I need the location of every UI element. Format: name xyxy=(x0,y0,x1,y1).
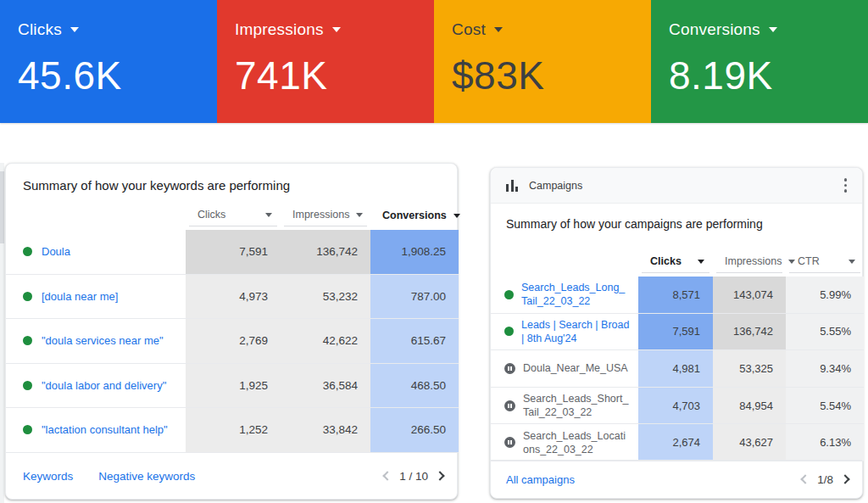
campaign-link[interactable]: Search_Leads_Long_Tail_22_03_22 xyxy=(521,281,630,308)
all-campaigns-link[interactable]: All campaigns xyxy=(506,473,575,486)
ctr-cell: 5.99% xyxy=(786,277,864,313)
more-options-icon[interactable] xyxy=(841,175,851,196)
chevron-down-icon[interactable] xyxy=(494,27,503,32)
column-header-impressions[interactable]: Impressions xyxy=(284,209,367,226)
impressions-cell: 53,232 xyxy=(281,275,370,319)
chevron-down-icon xyxy=(849,260,855,264)
status-paused-icon xyxy=(504,437,515,448)
status-enabled-icon xyxy=(23,247,32,256)
impressions-cell: 43,627 xyxy=(713,424,786,461)
conversions-cell: 1,908.25 xyxy=(370,230,459,274)
keyword-link[interactable]: "doula services near me" xyxy=(42,333,164,348)
keywords-card-footer: Keywords Negative keywords 1 / 10 xyxy=(6,453,459,499)
impressions-cell: 136,742 xyxy=(281,230,370,274)
campaigns-card-label: Campaigns xyxy=(529,180,582,192)
campaigns-card: Campaigns Summary of how your campaigns … xyxy=(490,167,863,499)
table-row: Search_Leads_Short_Tail_22_03_22 4,703 8… xyxy=(491,388,864,425)
chevron-down-icon xyxy=(356,213,363,217)
ctr-cell: 6.13% xyxy=(786,424,864,461)
table-row: Search_Leads_Long_Tail_22_03_22 8,571 14… xyxy=(491,277,864,314)
keywords-card-title: Summary of how your keywords are perform… xyxy=(23,178,290,193)
scorecard-cost[interactable]: Cost $83K xyxy=(434,0,651,123)
conversions-cell: 266.50 xyxy=(370,408,459,452)
clicks-cell: 4,703 xyxy=(638,388,713,424)
scorecard-clicks[interactable]: Clicks 45.6K xyxy=(0,0,217,123)
scorecard-conversions[interactable]: Conversions 8.19K xyxy=(651,0,868,123)
scrollbar-thumb[interactable] xyxy=(0,171,4,243)
scorecard-label: Impressions xyxy=(235,20,324,39)
page-indicator: 1 / 10 xyxy=(399,470,428,483)
table-row: Leads | Search | Broad | 8th Aug'24 7,59… xyxy=(491,314,864,351)
keyword-link[interactable]: [doula near me] xyxy=(42,289,118,304)
impressions-cell: 36,584 xyxy=(281,364,370,408)
table-row: Doula_Near_Me_USA 4,981 53,325 9.34% xyxy=(491,350,864,388)
scorecard-label: Conversions xyxy=(669,20,760,39)
scorecard-value: 8.19K xyxy=(669,53,868,98)
campaigns-card-title: Summary of how your campaigns are perfor… xyxy=(506,217,763,231)
impressions-cell: 33,842 xyxy=(281,408,370,452)
chevron-down-icon xyxy=(265,213,272,217)
keywords-table-header: Clicks Impressions Conversions xyxy=(6,201,459,226)
status-enabled-icon xyxy=(23,336,32,345)
ctr-cell: 5.54% xyxy=(786,388,864,424)
status-paused-icon xyxy=(504,363,515,374)
page-next-icon[interactable] xyxy=(435,471,444,480)
campaigns-card-header: Campaigns xyxy=(491,168,862,204)
campaign-name[interactable]: Doula_Near_Me_USA xyxy=(523,361,628,375)
page-next-icon[interactable] xyxy=(840,474,849,483)
clicks-cell: 7,591 xyxy=(186,230,281,274)
table-row: "doula services near me" 2,769 42,622 61… xyxy=(6,319,459,364)
chevron-down-icon xyxy=(698,260,704,264)
chevron-down-icon[interactable] xyxy=(70,27,79,32)
keyword-link[interactable]: Doula xyxy=(42,244,70,259)
table-row: Search_Leads_Locations_22_03_22 2,674 43… xyxy=(491,424,864,461)
column-header-impressions[interactable]: Impressions xyxy=(716,255,782,273)
campaign-link[interactable]: Leads | Search | Broad | 8th Aug'24 xyxy=(521,318,630,345)
keywords-table-body: Doula 7,591 136,742 1,908.25 [doula near… xyxy=(6,230,459,453)
status-enabled-icon xyxy=(23,381,32,390)
conversions-cell: 787.00 xyxy=(370,275,459,319)
ctr-cell: 9.34% xyxy=(786,350,864,387)
chevron-down-icon xyxy=(453,214,460,218)
status-enabled-icon xyxy=(504,290,514,299)
clicks-cell: 7,591 xyxy=(638,314,713,350)
campaign-name[interactable]: Search_Leads_Short_Tail_22_03_22 xyxy=(523,392,630,419)
keyword-link[interactable]: "doula labor and delivery" xyxy=(42,378,166,393)
page-scrollbar[interactable] xyxy=(0,163,4,503)
google-ads-overview: Clicks 45.6K Impressions 741K Cost $83K … xyxy=(0,0,868,503)
campaigns-card-footer: All campaigns 1/8 xyxy=(491,460,862,498)
table-row: "lactation consultant help" 1,252 33,842… xyxy=(6,408,459,453)
campaign-name[interactable]: Search_Leads_Locations_22_03_22 xyxy=(523,429,630,456)
clicks-cell: 1,925 xyxy=(186,364,281,408)
scorecard-impressions[interactable]: Impressions 741K xyxy=(217,0,434,123)
impressions-cell: 143,074 xyxy=(713,277,786,313)
column-header-clicks[interactable]: Clicks xyxy=(189,209,277,226)
column-header-ctr[interactable]: CTR xyxy=(789,255,860,273)
clicks-cell: 2,674 xyxy=(638,424,713,461)
keyword-link[interactable]: "lactation consultant help" xyxy=(42,422,168,437)
campaigns-table-header: Clicks Impressions CTR xyxy=(491,248,864,273)
ctr-cell: 5.55% xyxy=(786,314,864,350)
column-header-conversions[interactable]: Conversions xyxy=(374,210,455,226)
status-enabled-icon xyxy=(23,425,32,434)
status-enabled-icon xyxy=(504,327,514,336)
page-prev-icon[interactable] xyxy=(383,471,392,480)
clicks-cell: 1,252 xyxy=(186,408,281,452)
scorecard-value: $83K xyxy=(452,53,651,98)
status-paused-icon xyxy=(504,400,515,411)
clicks-cell: 2,769 xyxy=(186,319,281,363)
campaigns-table-body: Search_Leads_Long_Tail_22_03_22 8,571 14… xyxy=(491,277,864,461)
chevron-down-icon[interactable] xyxy=(332,27,341,32)
table-row: [doula near me] 4,973 53,232 787.00 xyxy=(6,275,459,320)
page-prev-icon[interactable] xyxy=(801,474,810,483)
scorecard-value: 741K xyxy=(235,53,434,98)
clicks-cell: 4,973 xyxy=(186,275,281,319)
tab-negative-keywords[interactable]: Negative keywords xyxy=(98,470,195,483)
column-header-clicks[interactable]: Clicks xyxy=(642,255,709,273)
table-row: Doula 7,591 136,742 1,908.25 xyxy=(6,230,459,275)
status-enabled-icon xyxy=(23,292,32,301)
page-indicator: 1/8 xyxy=(817,473,833,486)
tab-keywords[interactable]: Keywords xyxy=(23,470,73,483)
scorecard-value: 45.6K xyxy=(18,53,217,98)
chevron-down-icon[interactable] xyxy=(769,27,777,32)
